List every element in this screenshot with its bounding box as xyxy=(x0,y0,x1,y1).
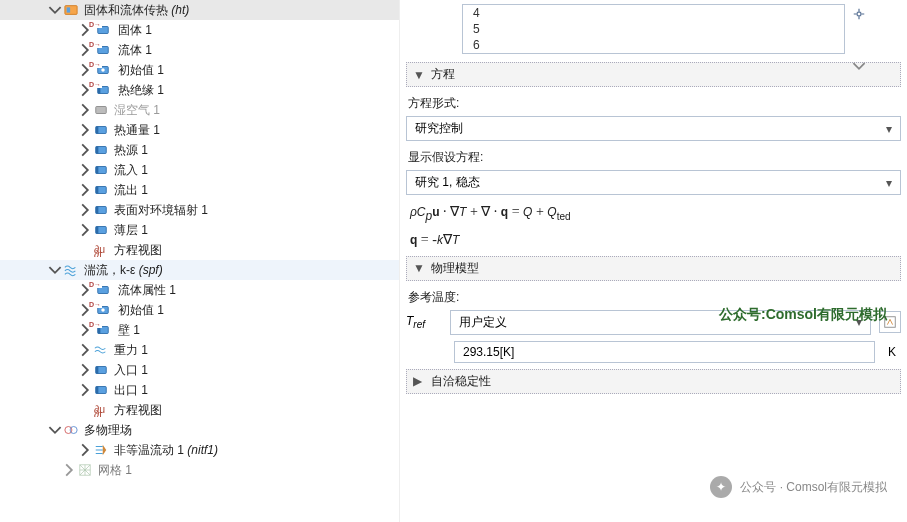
node-icon: D→ xyxy=(92,323,114,337)
listbox-row[interactable]: 4 xyxy=(463,5,844,21)
tree-label: 网格 1 xyxy=(94,462,132,479)
tree-label: 初始值 1 xyxy=(114,302,164,319)
equation-energy: ρCpu · ∇T + ∇ · q = Q + Qted xyxy=(410,203,897,223)
expand-icon[interactable] xyxy=(78,183,92,197)
collapse-icon[interactable] xyxy=(48,263,62,277)
tree-node[interactable]: D→流体 1 xyxy=(0,40,399,60)
chevron-down-icon: ▾ xyxy=(886,122,892,136)
tree-label: 方程视图 xyxy=(110,242,162,259)
expand-icon: ▶ xyxy=(413,374,425,388)
node-icon xyxy=(92,143,110,157)
node-icon: D→ xyxy=(92,83,114,97)
tree-label: 热通量 1 xyxy=(110,122,160,139)
tree-node[interactable]: 表面对环境辐射 1 xyxy=(0,200,399,220)
expand-icon[interactable] xyxy=(78,443,92,457)
tree-node[interactable]: 热源 1 xyxy=(0,140,399,160)
collapse-icon[interactable] xyxy=(48,423,62,437)
tree-label: 流入 1 xyxy=(110,162,148,179)
equation-fourier: q = -k∇T xyxy=(410,231,897,248)
tree-label: 流体 1 xyxy=(114,42,152,59)
tree-node[interactable]: 湿空气 1 xyxy=(0,100,399,120)
tree-node[interactable]: 流入 1 xyxy=(0,160,399,180)
node-icon: D→ xyxy=(92,23,114,37)
tree-label: 重力 1 xyxy=(110,342,148,359)
create-parameter-button[interactable] xyxy=(879,311,901,333)
tree-label: 多物理场 xyxy=(80,422,132,439)
section-self-consistent-stability[interactable]: ▶ 自洽稳定性 xyxy=(406,369,901,394)
expand-icon[interactable] xyxy=(78,123,92,137)
tree-node[interactable]: D→热绝缘 1 xyxy=(0,80,399,100)
tree-node[interactable]: D→初始值 1 xyxy=(0,60,399,80)
settings-panel: 456 ▼ 方程 方程形式: 研究控制 ▾ 显示假设方程: 研究 1, 稳态 ▾… xyxy=(400,0,907,522)
selection-listbox[interactable]: 456 xyxy=(462,4,845,54)
node-icon xyxy=(92,163,110,177)
tree-node[interactable]: D→固体 1 xyxy=(0,20,399,40)
tree-node[interactable]: D→流体属性 1 xyxy=(0,280,399,300)
tree-node[interactable]: 流出 1 xyxy=(0,180,399,200)
svg-rect-8 xyxy=(96,107,107,114)
expand-icon[interactable] xyxy=(78,403,92,417)
tree-label: 湍流，k-ε (spf) xyxy=(80,262,163,279)
section-physical-model[interactable]: ▼ 物理模型 xyxy=(406,256,901,281)
expand-icon[interactable] xyxy=(78,383,92,397)
tree-node[interactable]: D→初始值 1 xyxy=(0,300,399,320)
tree-label: 热源 1 xyxy=(110,142,148,159)
tree-node-spf[interactable]: 湍流，k-ε (spf) xyxy=(0,260,399,280)
tree-label: 热绝缘 1 xyxy=(114,82,164,99)
svg-rect-37 xyxy=(885,317,896,328)
tree-node[interactable]: 入口 1 xyxy=(0,360,399,380)
model-tree[interactable]: 固体和流体传热 (ht) D→固体 1D→流体 1D→初始值 1D→热绝缘 1湿… xyxy=(0,0,400,522)
zoom-selection-icon[interactable] xyxy=(850,5,868,23)
svg-rect-10 xyxy=(96,127,99,134)
label-ref-temp: 参考温度: xyxy=(408,289,901,306)
tree-node[interactable]: 重力 1 xyxy=(0,340,399,360)
expand-icon[interactable] xyxy=(78,343,92,357)
select-show-assumed[interactable]: 研究 1, 稳态 ▾ xyxy=(406,170,901,195)
chevron-down-icon: ▾ xyxy=(856,315,862,329)
svg-point-35 xyxy=(70,427,77,434)
input-tref-value[interactable] xyxy=(454,341,875,363)
expand-icon[interactable] xyxy=(62,463,76,477)
tree-node[interactable]: D→壁 1 xyxy=(0,320,399,340)
chevron-down-icon: ▾ xyxy=(886,176,892,190)
svg-rect-31 xyxy=(96,387,99,394)
svg-rect-36 xyxy=(857,12,861,16)
node-icon: ∂u∂t xyxy=(92,403,110,417)
collapse-icon[interactable] xyxy=(48,3,62,17)
expand-icon[interactable] xyxy=(78,223,92,237)
tree-node[interactable]: 薄层 1 xyxy=(0,220,399,240)
section-equation[interactable]: ▼ 方程 xyxy=(406,62,901,87)
node-icon xyxy=(92,183,110,197)
tree-label: 非等温流动 1 (nitf1) xyxy=(110,442,218,459)
svg-rect-12 xyxy=(96,147,99,154)
node-icon xyxy=(92,363,110,377)
tree-label: 固体和流体传热 (ht) xyxy=(80,2,189,19)
tree-node[interactable]: ∂u∂t方程视图 xyxy=(0,400,399,420)
listbox-row[interactable]: 6 xyxy=(463,37,844,53)
tref-symbol: Tref xyxy=(406,314,442,330)
unit-label: K xyxy=(883,345,901,359)
expand-icon[interactable] xyxy=(78,203,92,217)
tree-node-ht[interactable]: 固体和流体传热 (ht) xyxy=(0,0,399,20)
expand-icon[interactable] xyxy=(78,243,92,257)
tree-node[interactable]: 出口 1 xyxy=(0,380,399,400)
tree-node-multiphysics[interactable]: 多物理场 xyxy=(0,420,399,440)
listbox-row[interactable]: 5 xyxy=(463,21,844,37)
tree-node[interactable]: 非等温流动 1 (nitf1) xyxy=(0,440,399,460)
tree-node[interactable]: ∂u∂t方程视图 xyxy=(0,240,399,260)
expand-icon[interactable] xyxy=(78,143,92,157)
select-tref-type[interactable]: 用户定义 ▾ xyxy=(450,310,871,335)
expand-icon[interactable] xyxy=(78,163,92,177)
tree-node-mesh[interactable]: 网格 1 xyxy=(0,460,399,480)
scroll-down-icon[interactable] xyxy=(850,57,868,75)
node-icon xyxy=(92,383,110,397)
tree-label: 固体 1 xyxy=(114,22,152,39)
expand-icon[interactable] xyxy=(78,363,92,377)
tree-node[interactable]: 热通量 1 xyxy=(0,120,399,140)
physics-ht-icon xyxy=(62,3,80,17)
multiphysics-icon xyxy=(62,423,80,437)
svg-rect-18 xyxy=(96,207,99,214)
select-equation-form[interactable]: 研究控制 ▾ xyxy=(406,116,901,141)
svg-text:∂t: ∂t xyxy=(94,248,102,257)
expand-icon[interactable] xyxy=(78,103,92,117)
